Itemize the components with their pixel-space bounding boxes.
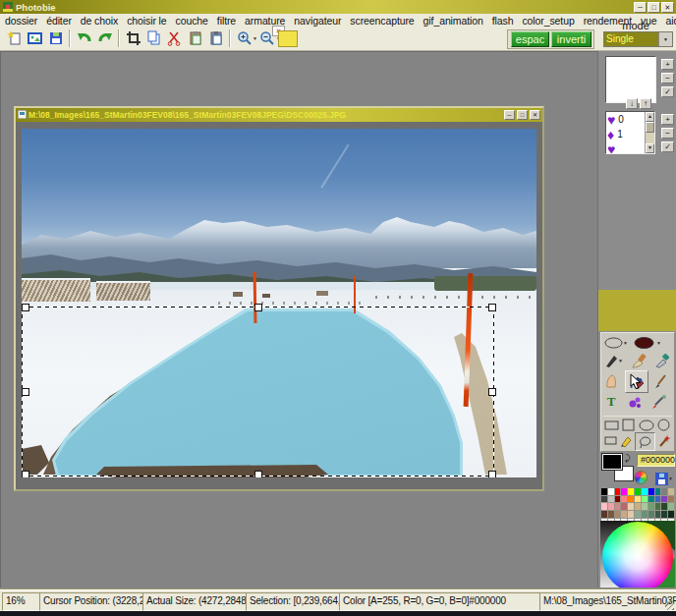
chevron-down-icon[interactable]: ▼ [668, 476, 673, 481]
document-titlebar[interactable]: M:\08_Images\165_StMartin03FEV08\165_StM… [16, 108, 542, 122]
doc-close-button[interactable]: ✕ [530, 110, 540, 120]
paste-icon[interactable] [185, 28, 205, 48]
rect-select-tool[interactable] [604, 420, 619, 431]
scroll-up-icon[interactable]: ▲ [646, 112, 654, 122]
marquee-handle[interactable] [22, 304, 29, 311]
doc-maximize-button[interactable]: □ [517, 110, 528, 120]
save-palette-icon[interactable] [655, 472, 668, 489]
layer-preview-box[interactable] [605, 56, 656, 103]
maximize-button[interactable]: □ [648, 2, 660, 13]
filled-ellipse-tool[interactable] [634, 337, 654, 349]
palette-swatch[interactable] [661, 503, 668, 511]
text-tool[interactable]: T [605, 394, 617, 410]
preview-remove-button[interactable]: − [661, 73, 674, 84]
palette-swatch[interactable] [642, 488, 648, 496]
small-rect-tool[interactable] [604, 436, 617, 446]
palette-swatch[interactable] [668, 488, 675, 496]
redo-icon[interactable] [94, 28, 115, 48]
layer-add-button[interactable]: + [661, 114, 674, 125]
paste-new-icon[interactable] [205, 28, 226, 48]
color-wheel-area[interactable] [600, 521, 675, 588]
foreground-color-swatch[interactable] [602, 454, 622, 470]
palette-swatch[interactable] [608, 503, 615, 511]
menu-item-screencapture[interactable]: screencapture [350, 15, 414, 27]
espac-button[interactable]: espac [511, 31, 549, 47]
inverti-button[interactable]: inverti [551, 31, 592, 47]
palette-swatch[interactable] [608, 511, 615, 519]
palette-icon[interactable] [634, 471, 648, 484]
palette-swatch[interactable] [635, 511, 642, 519]
hex-color-field[interactable]: #000000 [637, 454, 675, 467]
layer-apply-button[interactable]: ✓ [661, 141, 674, 152]
palette-swatch[interactable] [615, 496, 622, 504]
layers-list[interactable]: ♥0♦1♥ ▲ ▼ [605, 111, 655, 154]
menu-item-armature[interactable]: armature [245, 15, 285, 27]
eyedropper-tool[interactable] [650, 394, 667, 410]
move-layer-down-button[interactable]: ↓ [626, 98, 638, 109]
menu-item-couche[interactable]: couche [176, 15, 208, 27]
palette-swatch[interactable] [601, 503, 608, 511]
palette-swatch[interactable] [628, 503, 635, 511]
palette-swatch[interactable] [635, 503, 642, 511]
marquee-handle[interactable] [488, 388, 496, 396]
save-icon[interactable] [45, 28, 66, 48]
marquee-handle[interactable] [22, 388, 29, 396]
palette-swatch[interactable] [668, 496, 675, 504]
palette-swatch[interactable] [655, 488, 662, 496]
menu-item-gif_animation[interactable]: gif_animation [423, 15, 483, 27]
palette-swatch[interactable] [601, 488, 608, 496]
chevron-down-icon[interactable]: ▼ [623, 340, 628, 346]
palette-swatch[interactable] [642, 503, 648, 511]
palette-swatch[interactable] [661, 496, 668, 504]
photo-canvas[interactable] [22, 129, 536, 477]
crop-icon[interactable] [123, 28, 143, 48]
palette-swatch[interactable] [655, 496, 662, 504]
splash-tool[interactable] [627, 394, 643, 410]
zoom-in-icon[interactable] [234, 28, 254, 48]
palette-swatch[interactable] [661, 511, 668, 519]
detail-brush-tool[interactable] [653, 373, 668, 389]
knife-tool[interactable] [654, 354, 671, 368]
marquee-handle[interactable] [488, 304, 496, 311]
ellipse-outline-tool[interactable] [604, 337, 623, 349]
palette-swatch[interactable] [642, 511, 648, 519]
new-image-icon[interactable] [4, 28, 25, 48]
palette-swatch[interactable] [601, 496, 608, 504]
copy-icon[interactable] [143, 28, 164, 48]
palette-swatch[interactable] [648, 503, 655, 511]
palette-swatch[interactable] [608, 488, 615, 496]
palette-swatch[interactable] [648, 488, 655, 496]
color-note-swatch[interactable] [278, 30, 298, 47]
preview-apply-button[interactable]: ✓ [661, 86, 674, 97]
lasso-tool[interactable] [635, 432, 655, 451]
palette-swatch[interactable] [635, 488, 642, 496]
doc-minimize-button[interactable]: ─ [504, 110, 515, 120]
palette-swatch[interactable] [648, 496, 655, 504]
magic-wand-tool[interactable] [657, 434, 671, 448]
chevron-down-icon[interactable]: ▼ [656, 340, 661, 346]
palette-swatch[interactable] [661, 488, 668, 496]
chevron-down-icon[interactable]: ▼ [658, 32, 672, 46]
menu-item-flash[interactable]: flash [492, 15, 514, 27]
palette-swatch[interactable] [628, 488, 635, 496]
cut-icon[interactable] [164, 28, 185, 48]
square-select-tool[interactable] [622, 419, 635, 431]
menu-item-dechoix[interactable]: de choix [81, 15, 118, 27]
marquee-handle[interactable] [254, 304, 262, 311]
menu-item-dossier[interactable]: dossier [5, 15, 37, 27]
palette-swatch[interactable] [628, 511, 635, 519]
palette-swatch[interactable] [628, 496, 635, 504]
palette-swatch[interactable] [615, 488, 622, 496]
palette-swatch[interactable] [668, 511, 675, 519]
marquee-handle[interactable] [22, 471, 29, 477]
menu-item-color_setup[interactable]: color_setup [522, 15, 574, 27]
smudge-tool[interactable] [604, 373, 619, 389]
palette-swatch[interactable] [655, 511, 662, 519]
marquee-handle[interactable] [488, 471, 496, 477]
palette-swatch[interactable] [621, 511, 628, 519]
menu-item-filtre[interactable]: filtre [217, 15, 236, 27]
undo-icon[interactable] [74, 28, 94, 48]
palette-swatch[interactable] [608, 496, 615, 504]
minimize-button[interactable]: ─ [634, 2, 647, 13]
pencil-tool[interactable] [619, 434, 633, 448]
